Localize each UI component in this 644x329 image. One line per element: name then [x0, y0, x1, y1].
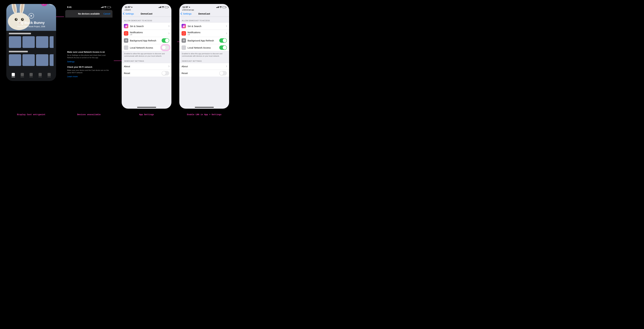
help-section: Make sure Local Network Access is on Go … — [64, 51, 114, 78]
tab-item[interactable] — [48, 73, 51, 77]
captions-row: Display Cast entrypoint Devices unavaila… — [6, 113, 234, 116]
cell-bg-refresh[interactable]: ⚙ Background App Refresh — [122, 37, 172, 44]
caption-4: Enable LNA in App > Settings — [179, 113, 229, 116]
media-tile[interactable] — [9, 36, 21, 48]
back-button[interactable]: Settings — [123, 12, 134, 15]
access-cells: ◉ Siri & Search ▢ NotificationsOff ⚙ Bac… — [179, 23, 229, 51]
media-tile[interactable] — [22, 54, 35, 66]
cancel-button[interactable]: Cancel — [103, 13, 110, 15]
siri-icon: ◉ — [182, 24, 186, 28]
network-icon — [124, 45, 128, 50]
cell-siri[interactable]: ◉ Siri & Search — [122, 23, 172, 30]
cell-reset[interactable]: Reset — [179, 70, 229, 77]
battery-icon — [222, 6, 226, 8]
sheet-title: No devices available — [78, 13, 100, 15]
status-time: 11:57➤ — [182, 6, 190, 9]
gear-icon: ⚙ — [182, 38, 186, 43]
cast-button[interactable] — [41, 4, 48, 6]
media-tile[interactable] — [50, 36, 54, 48]
notifications-icon: ▢ — [182, 31, 186, 36]
toggle-reset[interactable] — [162, 71, 169, 76]
location-icon: ➤ — [189, 6, 190, 8]
media-tile[interactable] — [36, 36, 48, 48]
tab-bar — [6, 71, 56, 81]
cell-notifications[interactable]: ▢ NotificationsOff — [122, 30, 172, 37]
toggle-bg-refresh[interactable] — [219, 38, 227, 43]
tab-item[interactable] — [20, 73, 24, 77]
app-cells: About Reset — [122, 63, 172, 77]
section-header-app: DEMOCAST SETTINGS — [122, 57, 172, 63]
hero-subtitle: Peach Open Movie Project, 2008 — [17, 26, 45, 28]
section-header-skeleton — [9, 33, 31, 34]
cell-siri[interactable]: ◉ Siri & Search — [179, 23, 229, 30]
cell-sublabel: Off — [130, 34, 168, 36]
app-topbar: DemoCast — [6, 4, 56, 8]

string: ◉ — [124, 24, 128, 28]
chevron-right-icon — [225, 33, 227, 34]
status-time: 9:41 — [67, 6, 72, 9]
nav-header: Settings DemoCast — [179, 11, 229, 17]
learn-more-link[interactable]: Learn more — [67, 75, 78, 78]
footnote: Enabled to allow this app permission to … — [122, 51, 172, 57]
tab-item[interactable] — [30, 73, 33, 77]
svg-point-7 — [16, 19, 17, 20]
chevron-right-icon — [168, 25, 169, 27]
cell-label: Background App Refresh — [188, 39, 219, 42]
cell-label: Siri & Search — [130, 25, 168, 28]
tab-item[interactable] — [38, 73, 42, 77]
section-header-access: ALLOW DEMOCAST TO ACCESS — [122, 17, 172, 23]
cell-label: Local Network Access — [130, 46, 162, 49]
toggle-reset[interactable] — [219, 71, 227, 76]
status-icons — [101, 6, 111, 8]
phone-4-settings-on: 11:57➤ ◂ DemoCast app Settings DemoCast … — [179, 4, 229, 109]
chevron-right-icon — [168, 66, 169, 67]
back-button[interactable]: Settings — [181, 12, 192, 15]
tile-row — [9, 36, 54, 48]
phone-3-settings-off: 11:57➤ ◂ Search Settings DemoCast ALLOW … — [122, 4, 172, 109]
status-bar: 11:57➤ — [179, 4, 229, 9]
status-icons — [216, 6, 226, 8]
gear-icon: ⚙ — [124, 38, 128, 43]
cell-reset[interactable]: Reset — [122, 70, 172, 77]
media-tile[interactable] — [50, 54, 54, 66]
cell-sublabel: Off — [188, 34, 226, 36]
toggle-local-network[interactable] — [162, 45, 169, 50]
cell-notifications[interactable]: ▢ NotificationsOff — [179, 30, 229, 37]
cell-local-network[interactable]: Local Network Access — [122, 44, 172, 51]
cell-bg-refresh[interactable]: ⚙ Background App Refresh — [179, 37, 229, 44]
toggle-local-network[interactable] — [219, 45, 227, 50]
media-tile[interactable] — [9, 54, 21, 66]
back-to-app[interactable]: ◂ Search — [122, 9, 172, 11]
cell-label: Local Network Access — [188, 46, 219, 49]
media-tile[interactable] — [22, 36, 35, 48]
cell-label: Reset — [124, 72, 162, 75]
cell-about[interactable]: About — [179, 63, 229, 70]
toggle-bg-refresh[interactable] — [162, 38, 169, 43]
nav-header: Settings DemoCast — [122, 11, 172, 17]
status-time: 11:57➤ — [125, 6, 132, 9]
section-header-skeleton — [9, 51, 28, 52]
wifi-icon — [162, 6, 164, 8]
cell-about[interactable]: About — [122, 63, 172, 70]
phone-1-democast: 9:41 DemoCast — [6, 4, 56, 81]
status-icons — [159, 6, 168, 8]
notifications-icon: ▢ — [124, 31, 128, 36]
cell-local-network[interactable]: Local Network Access — [179, 44, 229, 51]
caption-3: App Settings — [122, 113, 172, 116]
help-body-wifi: Make sure your device and the Cast devic… — [67, 69, 110, 74]
settings-link[interactable]: Settings — [67, 61, 74, 63]
back-to-app[interactable]: ◂ DemoCast app — [179, 9, 229, 11]
media-tile[interactable] — [36, 54, 48, 66]
cell-label: Siri & Search — [188, 25, 226, 28]
cell-label: About — [182, 65, 226, 68]
help-heading-lna: Make sure Local Network Access is on — [67, 51, 110, 53]
battery-icon — [107, 6, 110, 8]
cell-label: Background App Refresh — [130, 39, 162, 42]
play-button[interactable] — [28, 13, 34, 19]
cast-icon — [42, 4, 46, 4]
app-cells: About Reset — [179, 63, 229, 77]
tab-item[interactable] — [12, 73, 15, 77]
account-button[interactable] — [49, 4, 54, 5]
cell-label: Notifications — [188, 31, 226, 34]
cell-label: About — [124, 65, 168, 68]
